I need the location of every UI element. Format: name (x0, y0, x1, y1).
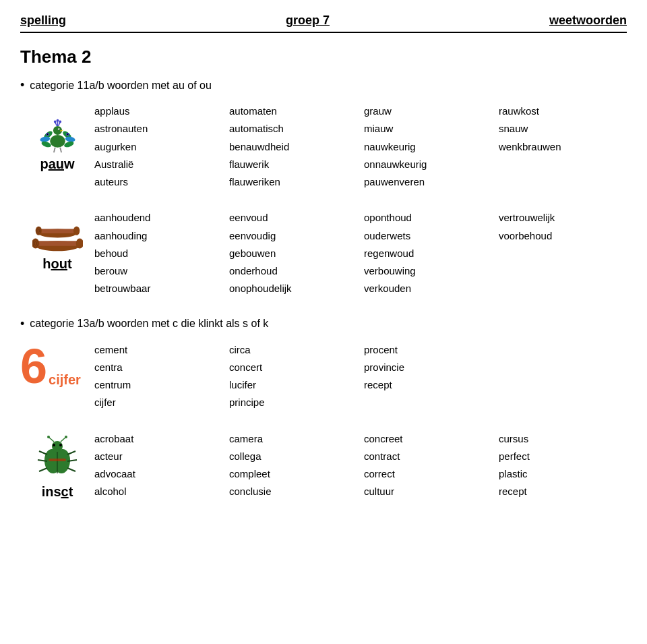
word-item: onderhoud (229, 263, 364, 279)
word-item: automatisch (229, 121, 364, 136)
word-item: grauw (364, 103, 499, 119)
hout-section: hout aanhoudend aanhouding behoud berouw… (20, 210, 627, 296)
word-item: astronauten (94, 121, 229, 136)
word-item: onophoudelijk (229, 281, 364, 296)
cijfer-text-label: cijfer (49, 372, 81, 388)
word-item: concert (229, 359, 364, 375)
svg-point-40 (59, 444, 62, 446)
word-item: provincie (364, 359, 499, 375)
pauw-label-au: au (49, 156, 64, 171)
word-item: verkouden (364, 281, 499, 296)
word-item: rauwkost (499, 103, 634, 119)
header-groep: groep 7 (286, 13, 330, 28)
word-item: contract (364, 448, 499, 464)
word-item: ouderwets (364, 228, 499, 243)
word-item: advocaat (94, 466, 229, 481)
word-item: eenvoud (229, 210, 364, 225)
word-item: miauw (364, 121, 499, 136)
hout-col-2: eenvoud eenvoudig gebouwen onderhoud ono… (229, 210, 364, 296)
svg-line-21 (53, 148, 55, 152)
word-item: applaus (94, 103, 229, 119)
peacock-icon (32, 107, 83, 154)
insect-image-label: insct (20, 431, 94, 500)
word-item: augurken (94, 139, 229, 154)
svg-point-10 (59, 121, 61, 123)
word-item: principe (229, 394, 364, 410)
insect-label: insct (42, 484, 73, 500)
word-item: plastic (499, 466, 634, 481)
word-item: oponthoud (364, 210, 499, 225)
word-item: flauweriken (229, 174, 364, 189)
hout-label-ou: ou (51, 256, 67, 271)
word-item: regenwoud (364, 245, 499, 261)
word-item: onnauwkeurig (364, 156, 499, 172)
pauw-col-1: applaus astronauten augurken Australië a… (94, 103, 229, 189)
word-item: centrum (94, 377, 229, 392)
insect-label-ins: ins (42, 484, 61, 499)
insect-col-3: concreet contract correct cultuur (364, 431, 499, 500)
svg-line-45 (39, 451, 47, 455)
cijfer-col-3: procent provincie recept (364, 342, 499, 411)
word-item: benauwdheid (229, 139, 364, 154)
pauw-label: pauw (40, 156, 74, 172)
svg-point-32 (73, 227, 79, 235)
word-item: recept (364, 377, 499, 392)
svg-rect-30 (38, 229, 76, 234)
pauw-word-columns: applaus astronauten augurken Australië a… (94, 103, 634, 189)
word-item: cijfer (94, 394, 229, 410)
word-item: pauwenveren (364, 174, 499, 189)
word-item: camera (229, 431, 364, 446)
category-2-label: categorie 13a/b woorden met c die klinkt… (30, 318, 268, 330)
cijfer-col-4 (499, 342, 634, 411)
word-item: verbouwing (364, 263, 499, 279)
number-six: 6 (20, 342, 47, 390)
pauw-label-w: w (64, 156, 75, 171)
word-item: acrobaat (94, 431, 229, 446)
word-item: procent (364, 342, 499, 357)
header-weetwoorden: weetwoorden (549, 13, 627, 28)
hout-label-t: t (67, 256, 72, 271)
hout-label: hout (42, 256, 71, 272)
word-item: wenkbrauwen (499, 139, 634, 154)
word-item: auteurs (94, 174, 229, 189)
category-1-line: • categorie 11a/b woorden met au of ou (20, 78, 627, 92)
word-item: aanhoudend (94, 210, 229, 225)
svg-line-47 (39, 468, 47, 471)
insect-icon (34, 434, 81, 481)
svg-point-0 (50, 135, 65, 148)
insect-col-4: cursus perfect plastic recept (499, 431, 634, 500)
cijfer-image-label: 6 cijfer (20, 342, 94, 390)
insect-label-t: t (69, 484, 73, 499)
pauw-col-4: rauwkost snauw wenkbrauwen (499, 103, 634, 189)
word-item: eenvoudig (229, 228, 364, 243)
pauw-col-3: grauw miauw nauwkeurig onnauwkeurig pauw… (364, 103, 499, 189)
hout-col-3: oponthoud ouderwets regenwoud verbouwing… (364, 210, 499, 296)
svg-point-38 (52, 441, 63, 452)
svg-point-18 (47, 134, 48, 135)
word-item: perfect (499, 448, 634, 464)
page-header: spelling groep 7 weetwoorden (20, 13, 627, 33)
word-item: acteur (94, 448, 229, 464)
word-item: conclusie (229, 484, 364, 499)
pauw-col-2: automaten automatisch benauwdheid flauwe… (229, 103, 364, 189)
theme-title: Thema 2 (20, 47, 627, 67)
svg-point-20 (67, 134, 68, 135)
insect-col-2: camera collega compleet conclusie (229, 431, 364, 500)
word-item: alcohol (94, 484, 229, 499)
word-item: voorbehoud (499, 228, 634, 243)
insect-word-columns: acrobaat acteur advocaat alcohol camera … (94, 431, 634, 500)
word-item: behoud (94, 245, 229, 261)
svg-point-8 (56, 119, 59, 122)
word-item: recept (499, 484, 634, 499)
insect-label-c: c (61, 484, 69, 499)
word-item: betrouwbaar (94, 281, 229, 296)
header-spelling: spelling (20, 13, 66, 28)
hout-image-label: hout (20, 210, 94, 272)
pauw-section: pauw applaus astronauten augurken Austra… (20, 103, 627, 189)
cijfer-section: 6 cijfer cement centra centrum cijfer ci… (20, 342, 627, 411)
word-item: snauw (499, 121, 634, 136)
hout-col-1: aanhoudend aanhouding behoud berouw betr… (94, 210, 229, 296)
log-icon (32, 213, 83, 254)
word-item: Australië (94, 156, 229, 172)
insect-section: insct acrobaat acteur advocaat alcohol c… (20, 431, 627, 500)
